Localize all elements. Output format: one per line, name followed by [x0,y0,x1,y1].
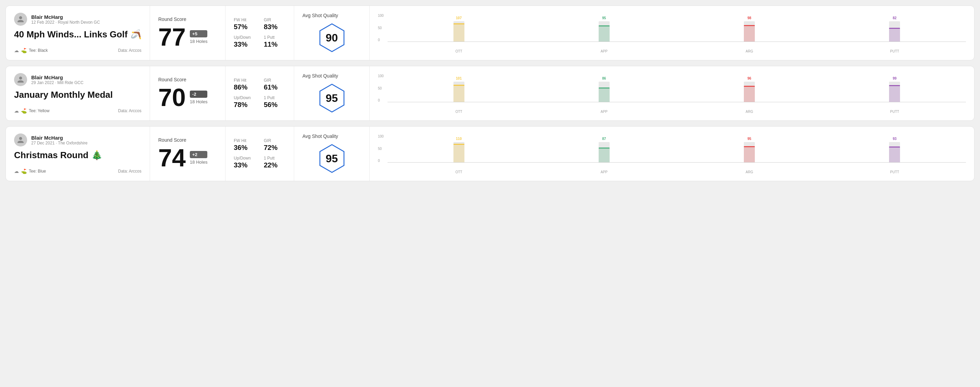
card-left-1: Blair McHarg 12 Feb 2022 · Royal North D… [6,6,150,60]
hexagon-score: 90 [326,32,338,44]
data-source: Data: Arccos [118,48,142,53]
player-details: Blair McHarg 29 Jan 2022 · Mill Ride GCC [31,75,83,85]
person-icon [17,136,24,144]
score-badge-col: -2 18 Holes [190,90,207,104]
bar-group-PUTT: 99 [824,74,966,102]
data-source: Data: Arccos [118,169,142,174]
round-card-2[interactable]: Blair McHarg 29 Jan 2022 · Mill Ride GCC… [5,66,975,121]
person-icon [17,76,24,83]
tee-info: ☁ ⛳ Tee: Yellow [14,108,49,114]
bar-group-APP: 86 [533,74,675,102]
stat-one-putt-label: 1 Putt [264,156,286,160]
stat-one-putt-value: 22% [264,161,286,169]
bar-bg-PUTT [889,142,900,163]
chart-bars: 100 50 0 107 95 [378,14,966,48]
bar-value-OTT: 107 [456,16,462,20]
card-quality-3: Avg Shot Quality 95 [294,127,370,181]
avatar [14,13,27,26]
stats-grid: FW Hit 86% GIR 61% Up/Down 78% 1 Putt 56… [234,78,286,109]
bar-bg-OTT [453,21,465,42]
chart-x-label-PUTT: PUTT [824,110,966,114]
bar-group-ARG: 98 [678,14,821,42]
stat-up-down-label: Up/Down [234,35,256,40]
bar-value-OTT: 101 [456,76,462,80]
round-card-3[interactable]: Blair McHarg 27 Dec 2021 · The Oxfordshi… [5,126,975,181]
bar-group-OTT: 107 [388,14,530,42]
score-holes: 18 Holes [190,160,207,165]
card-score-1: Round Score 77 +5 18 Holes [150,6,226,60]
player-date-course: 27 Dec 2021 · The Oxfordshire [31,141,88,146]
player-details: Blair McHarg 27 Dec 2021 · The Oxfordshi… [31,135,88,146]
bar-bg-APP [599,82,609,102]
stat-gir: GIR 83% [264,17,286,31]
card-score-2: Round Score 70 -2 18 Holes [150,66,226,121]
card-footer: ☁ ⛳ Tee: Black Data: Arccos [14,48,142,53]
quality-label: Avg Shot Quality [302,73,338,79]
player-name: Blair McHarg [31,135,88,141]
card-left-3: Blair McHarg 27 Dec 2021 · The Oxfordshi… [6,127,150,181]
chart-groups: 107 95 98 [378,14,966,48]
chart-baseline [388,162,966,163]
stats-grid: FW Hit 36% GIR 72% Up/Down 33% 1 Putt 22… [234,138,286,169]
hexagon-container: 95 [302,143,361,174]
chart-groups: 110 87 95 [378,135,966,169]
stat-one-putt-value: 56% [264,101,286,109]
score-diff-badge: +2 [190,151,207,158]
card-chart-3: 100 50 0 110 87 [370,127,974,181]
card-stats-2: FW Hit 86% GIR 61% Up/Down 78% 1 Putt 56… [226,66,294,121]
bar-group-APP: 95 [533,14,675,42]
card-stats-1: FW Hit 57% GIR 83% Up/Down 33% 1 Putt 11… [226,6,294,60]
score-holes: 18 Holes [190,99,207,104]
bar-value-PUTT: 82 [893,16,897,20]
tee-info: ☁ ⛳ Tee: Black [14,48,48,53]
chart-x-labels: OTTAPPARGPUTT [378,170,966,174]
stat-gir-value: 61% [264,83,286,91]
bar-group-OTT: 101 [388,74,530,102]
chart-x-label-APP: APP [533,170,675,174]
avatar [14,133,27,146]
score-diff-badge: +5 [190,30,207,37]
score-row: 70 -2 18 Holes [158,85,217,110]
weather-icon: ☁ [14,108,19,114]
title-emoji: 🪃 [130,29,142,40]
stat-up-down: Up/Down 33% [234,35,256,48]
tee-label: Tee: Blue [29,169,46,174]
stat-up-down-label: Up/Down [234,156,256,160]
score-number: 77 [158,25,186,49]
bar-bg-ARG [744,142,755,163]
chart-groups: 101 86 96 [378,74,966,108]
stat-gir-label: GIR [264,78,286,82]
chart-x-labels: OTTAPPARGPUTT [378,110,966,114]
chart-baseline [388,41,966,42]
chart-x-labels: OTTAPPARGPUTT [378,49,966,53]
stat-one-putt: 1 Putt 56% [264,95,286,109]
bar-bg-OTT [453,142,465,163]
chart-x-label-PUTT: PUTT [824,170,966,174]
card-chart-1: 100 50 0 107 95 [370,6,974,60]
chart-bars: 100 50 0 101 86 [378,74,966,108]
score-badge-col: +2 18 Holes [190,151,207,165]
card-left-2: Blair McHarg 29 Jan 2022 · Mill Ride GCC… [6,66,150,121]
chart-x-label-OTT: OTT [388,49,530,53]
player-date-course: 12 Feb 2022 · Royal North Devon GC [31,20,100,25]
bar-value-OTT: 110 [456,137,462,141]
stat-up-down-value: 78% [234,101,256,109]
chart-bars: 100 50 0 110 87 [378,135,966,169]
bar-value-APP: 86 [602,76,606,80]
bar-value-ARG: 98 [748,16,751,20]
stat-gir-value: 72% [264,144,286,152]
round-card-1[interactable]: Blair McHarg 12 Feb 2022 · Royal North D… [5,5,975,60]
player-name: Blair McHarg [31,14,100,20]
bar-group-PUTT: 93 [824,135,966,163]
bar-value-ARG: 96 [748,76,751,80]
score-label: Round Score [158,77,217,82]
card-chart-2: 100 50 0 101 86 [370,66,974,121]
score-holes: 18 Holes [190,39,207,44]
bar-group-PUTT: 82 [824,14,966,42]
stat-up-down-value: 33% [234,161,256,169]
weather-icon: ☁ [14,168,19,174]
chart-baseline [388,102,966,102]
bar-bg-OTT [453,82,465,102]
stat-fw-hit: FW Hit 36% [234,138,256,152]
bar-value-APP: 87 [602,137,606,141]
